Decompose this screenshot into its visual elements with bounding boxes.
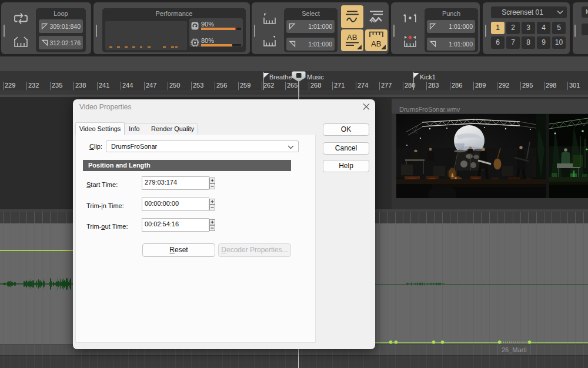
svg-text:AB: AB [347,33,357,42]
svg-text:AB: AB [371,39,381,48]
